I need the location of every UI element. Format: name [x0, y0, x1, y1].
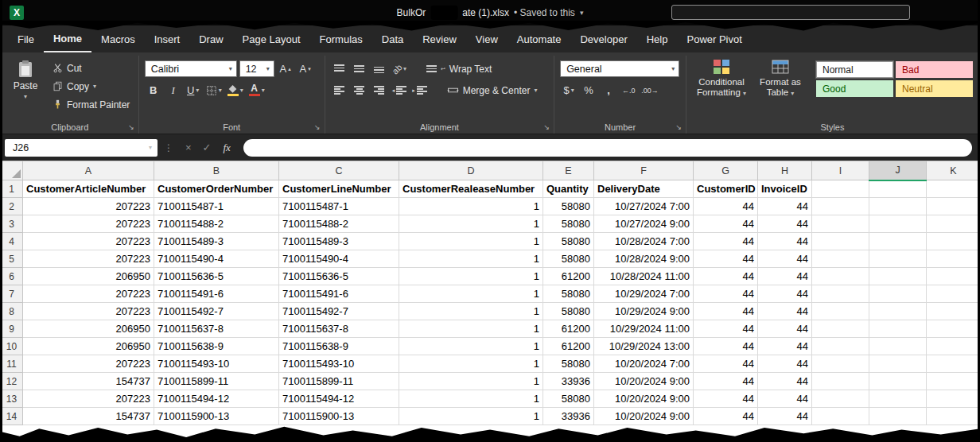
enter-icon[interactable]: ✓: [203, 142, 212, 153]
row-header-11[interactable]: 11: [1, 355, 23, 373]
cell-I11[interactable]: [812, 355, 869, 373]
row-header-4[interactable]: 4: [1, 233, 23, 250]
cell-J3[interactable]: [869, 215, 927, 233]
cell-B8[interactable]: 7100115492-7: [154, 303, 279, 320]
cell-C1[interactable]: CustomerLineNumber: [279, 180, 399, 198]
cell-E3[interactable]: 58080: [543, 215, 594, 233]
cell-A10[interactable]: 206950: [23, 338, 154, 355]
cell-G6[interactable]: 44: [694, 268, 758, 285]
column-header-G[interactable]: G: [694, 161, 758, 180]
cell-G4[interactable]: 44: [694, 233, 758, 250]
formula-input[interactable]: [243, 139, 972, 157]
column-header-B[interactable]: B: [154, 161, 279, 180]
excel-icon[interactable]: X: [10, 6, 24, 20]
cell-B1[interactable]: CustomerOrderNumber: [154, 180, 279, 198]
cell-D10[interactable]: 1: [399, 338, 543, 355]
cell-A5[interactable]: 207223: [23, 250, 154, 268]
column-header-D[interactable]: D: [399, 161, 543, 180]
cell-E2[interactable]: 58080: [543, 198, 594, 215]
cell-B11[interactable]: 7100115493-10: [154, 355, 279, 373]
cell-I9[interactable]: [812, 320, 869, 338]
cell-J14[interactable]: [869, 408, 927, 425]
cell-B4[interactable]: 7100115489-3: [154, 233, 279, 250]
cell-E6[interactable]: 61200: [543, 268, 594, 285]
cell-H9[interactable]: 44: [758, 320, 812, 338]
cell-K7[interactable]: [927, 285, 980, 303]
column-header-K[interactable]: K: [927, 161, 980, 180]
cell-J9[interactable]: [869, 320, 927, 338]
font-color-button[interactable]: A ▾: [247, 82, 266, 99]
cell-K12[interactable]: [927, 373, 980, 390]
cell-D11[interactable]: 1: [399, 355, 543, 373]
cell-B12[interactable]: 7100115899-11: [154, 373, 279, 390]
cell-H10[interactable]: 44: [758, 338, 812, 355]
menu-tab-page-layout[interactable]: Page Layout: [233, 25, 310, 52]
cell-D13[interactable]: 1: [399, 390, 543, 408]
cell-F2[interactable]: 10/27/2024 7:00: [594, 198, 694, 215]
row-header-10[interactable]: 10: [1, 338, 23, 355]
cell-K13[interactable]: [927, 390, 980, 408]
cell-I4[interactable]: [812, 233, 869, 250]
align-center-button[interactable]: [351, 82, 368, 99]
paste-dropdown-icon[interactable]: ▾: [24, 93, 27, 100]
cell-J10[interactable]: [869, 338, 927, 355]
cell-A2[interactable]: 207223: [23, 198, 154, 215]
cell-I1[interactable]: [812, 180, 869, 198]
cell-H5[interactable]: 44: [758, 250, 812, 268]
cell-A11[interactable]: 207223: [23, 355, 154, 373]
cut-button[interactable]: Cut: [50, 60, 132, 76]
menu-tab-review[interactable]: Review: [413, 25, 466, 52]
row-header-3[interactable]: 3: [1, 215, 23, 233]
cell-F10[interactable]: 10/29/2024 13:00: [594, 338, 694, 355]
cell-D12[interactable]: 1: [399, 373, 543, 390]
cell-A13[interactable]: 207223: [23, 390, 154, 408]
cell-G12[interactable]: 44: [694, 373, 758, 390]
align-middle-button[interactable]: [351, 60, 368, 77]
copy-button[interactable]: Copy ▾: [50, 79, 132, 94]
increase-indent-button[interactable]: ▸: [410, 82, 429, 99]
align-top-button[interactable]: [331, 60, 348, 77]
cell-K3[interactable]: [927, 215, 980, 233]
column-header-F[interactable]: F: [594, 161, 694, 180]
cell-C11[interactable]: 7100115493-10: [279, 355, 399, 373]
cell-C12[interactable]: 7100115899-11: [279, 373, 399, 390]
cell-H2[interactable]: 44: [758, 198, 812, 215]
menu-tab-view[interactable]: View: [466, 25, 508, 52]
cell-C10[interactable]: 7100115638-9: [279, 338, 399, 355]
cell-K8[interactable]: [927, 303, 980, 320]
row-header-2[interactable]: 2: [1, 198, 23, 215]
accounting-format-button[interactable]: $ ▾: [560, 82, 578, 99]
cell-J12[interactable]: [869, 373, 927, 390]
row-header-6[interactable]: 6: [1, 268, 23, 285]
cell-G7[interactable]: 44: [694, 285, 758, 303]
number-dialog-launcher[interactable]: ↘: [675, 123, 682, 131]
number-format-select[interactable]: General ▾: [560, 60, 679, 77]
cell-F3[interactable]: 10/27/2024 9:00: [594, 215, 694, 233]
cell-D3[interactable]: 1: [399, 215, 543, 233]
cell-H11[interactable]: 44: [758, 355, 812, 373]
style-bad[interactable]: Bad: [896, 61, 973, 78]
row-header-7[interactable]: 7: [1, 285, 23, 303]
cell-B3[interactable]: 7100115488-2: [154, 215, 279, 233]
font-name-select[interactable]: Calibri ▾: [145, 60, 237, 77]
cell-F1[interactable]: DeliveryDate: [594, 180, 694, 198]
cell-E11[interactable]: 58080: [543, 355, 594, 373]
style-neutral[interactable]: Neutral: [896, 80, 973, 97]
cell-F4[interactable]: 10/28/2024 7:00: [594, 233, 694, 250]
cell-I6[interactable]: [812, 268, 869, 285]
cell-C8[interactable]: 7100115492-7: [279, 303, 399, 320]
conditional-formatting-button[interactable]: Conditional Formatting ▾: [692, 56, 751, 119]
cell-J5[interactable]: [869, 250, 927, 268]
paste-button[interactable]: Paste ▾: [7, 56, 44, 119]
font-size-select[interactable]: 12 ▾: [239, 60, 274, 77]
title-dropdown-icon[interactable]: ▾: [580, 9, 584, 17]
cell-D5[interactable]: 1: [399, 250, 543, 268]
cell-K11[interactable]: [927, 355, 980, 373]
cell-I12[interactable]: [812, 373, 869, 390]
row-header-1[interactable]: 1: [1, 180, 23, 198]
cell-D2[interactable]: 1: [399, 198, 543, 215]
cell-G3[interactable]: 44: [694, 215, 758, 233]
fill-color-button[interactable]: ▾: [226, 82, 245, 99]
format-painter-button[interactable]: Format Painter: [50, 97, 132, 112]
font-dialog-launcher[interactable]: ↘: [314, 123, 321, 131]
